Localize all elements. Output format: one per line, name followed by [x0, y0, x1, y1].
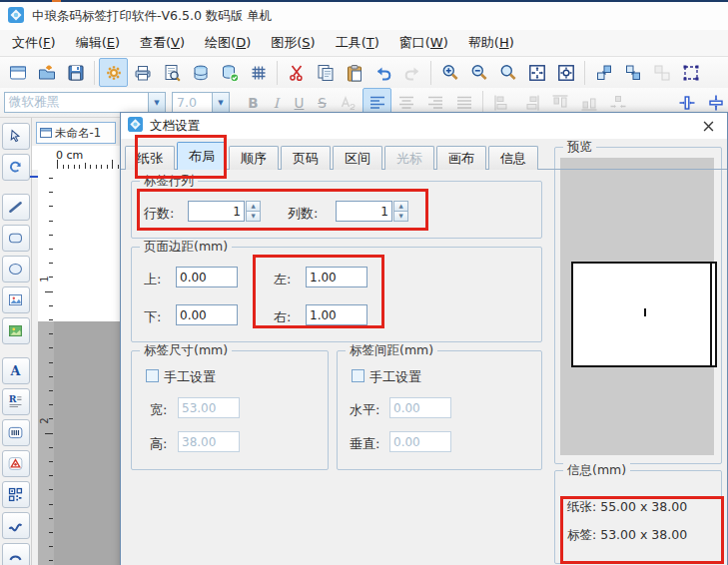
document-settings-button[interactable] — [99, 58, 128, 87]
rows-spin-down[interactable]: ▼ — [246, 211, 261, 222]
manual-size-checkbox[interactable] — [146, 369, 159, 382]
margin-top-input[interactable] — [176, 267, 238, 287]
menu-item-e[interactable]: 编辑(E) — [66, 30, 130, 56]
manual-gap-checkbox[interactable] — [352, 369, 364, 382]
rounded-rect-tool-button[interactable] — [2, 225, 30, 252]
cols-spin-up[interactable]: ▲ — [393, 201, 408, 211]
database-check-button[interactable] — [215, 58, 244, 87]
barcode-icon — [7, 424, 24, 441]
ungroup-icon — [652, 63, 672, 83]
font-size-select[interactable]: 7.0 ▼ — [172, 92, 230, 113]
qrcode-tool-button[interactable] — [2, 481, 30, 508]
text-tool-button[interactable]: A — [2, 357, 30, 384]
rotate-icon — [7, 159, 24, 176]
menu-item-f[interactable]: 文件(F) — [2, 30, 66, 56]
menu-item-d[interactable]: 绘图(D) — [195, 30, 261, 56]
database-button[interactable] — [186, 58, 215, 87]
select-tool-button[interactable] — [2, 123, 30, 150]
margin-left-input[interactable] — [306, 267, 367, 287]
margin-right-input[interactable] — [306, 304, 367, 325]
bring-forward-button[interactable] — [589, 58, 618, 87]
group-label-gap: 标签间距(mm) 手工设置 水平: 垂直: — [337, 350, 542, 470]
close-button[interactable] — [697, 118, 719, 135]
app-logo-icon — [8, 7, 24, 26]
line-tool-button[interactable] — [2, 194, 30, 221]
arc-tool-button[interactable] — [2, 543, 30, 565]
grid-settings-icon — [249, 63, 269, 83]
open-file-button[interactable] — [32, 58, 61, 87]
save-button[interactable] — [61, 58, 90, 87]
document-tab[interactable]: 未命名-1 — [36, 122, 116, 144]
shape-mark-tool-button[interactable] — [2, 450, 30, 477]
curve-tool-button[interactable] — [2, 512, 30, 539]
zoom-out-button[interactable] — [464, 58, 493, 87]
manual-size-label: 手工设置 — [164, 368, 216, 386]
grid-settings-button[interactable] — [244, 58, 273, 87]
tab-layout[interactable]: 布局 — [177, 142, 227, 170]
cols-label: 列数: — [288, 205, 318, 223]
font-family-select[interactable]: 微软雅黑 ▼ — [4, 92, 166, 113]
toolbar-main — [0, 57, 728, 88]
vertical-ruler-label: 2 — [39, 414, 50, 428]
tab-canvas[interactable]: 画布 — [436, 146, 486, 170]
chevron-down-icon[interactable]: ▼ — [148, 93, 165, 112]
group-button[interactable] — [676, 58, 705, 87]
picture-tool-button[interactable] — [2, 317, 30, 344]
bring-forward-icon — [594, 63, 614, 83]
print-preview-button[interactable] — [157, 58, 186, 87]
open-file-icon — [37, 63, 57, 83]
menu-item-t[interactable]: 工具(T) — [326, 30, 389, 56]
zoom-in-button[interactable] — [435, 58, 464, 87]
fit-selection-button[interactable] — [551, 58, 580, 87]
ellipse-tool-button[interactable] — [2, 256, 30, 282]
svg-text:A: A — [10, 363, 22, 378]
fit-window-button[interactable] — [522, 58, 551, 87]
cols-input[interactable] — [336, 201, 392, 222]
zoom-button[interactable] — [493, 58, 522, 87]
margin-bottom-input[interactable] — [176, 304, 238, 325]
manual-gap-label: 手工设置 — [369, 368, 421, 386]
window-title: 中琅条码标签打印软件-V6.5.0 数码版 单机 — [32, 8, 272, 25]
cols-spin-down[interactable]: ▼ — [393, 211, 408, 222]
rotate-tool-button[interactable] — [2, 154, 30, 181]
menu-item-w[interactable]: 窗口(W) — [389, 30, 458, 56]
paste-button[interactable] — [340, 58, 368, 87]
label-page[interactable] — [54, 170, 120, 321]
toolbar-separator — [430, 61, 431, 85]
tab-paper[interactable]: 纸张 — [125, 146, 175, 170]
menu-item-h[interactable]: 帮助(H) — [458, 30, 524, 56]
toolbar-separator — [482, 91, 483, 115]
group-preview: 预览 — [554, 147, 722, 464]
align-center-icon — [396, 93, 416, 113]
new-document-icon — [8, 63, 28, 83]
ellipse-icon — [7, 261, 24, 278]
text-effect-icon — [339, 93, 359, 113]
tab-order[interactable]: 顺序 — [229, 146, 279, 170]
menu-item-v[interactable]: 查看(V) — [130, 30, 195, 56]
menu-item-s[interactable]: 图形(S) — [261, 30, 325, 56]
new-document-button[interactable] — [3, 58, 32, 87]
rows-spin-up[interactable]: ▲ — [246, 201, 261, 211]
dialog-tab-bar: 纸张布局顺序页码区间光标画布信息 — [125, 143, 540, 170]
undo-button[interactable] — [368, 58, 397, 87]
rows-input[interactable] — [188, 201, 245, 222]
chevron-down-icon[interactable]: ▼ — [212, 93, 229, 112]
send-backward-button[interactable] — [618, 58, 647, 87]
redo-icon — [402, 63, 422, 83]
label-height-input — [178, 431, 240, 452]
tab-range[interactable]: 区间 — [333, 146, 382, 170]
rich-text-tool-button[interactable]: R — [2, 388, 30, 415]
barcode-tool-button[interactable] — [2, 419, 30, 446]
cut-button[interactable] — [282, 58, 311, 87]
group-title: 标签尺寸(mm) — [140, 342, 232, 359]
copy-button[interactable] — [311, 58, 340, 87]
tab-info[interactable]: 信息 — [488, 146, 538, 170]
dialog-icon — [128, 117, 143, 135]
horizontal-ruler: 0 cm — [32, 146, 120, 170]
print-button[interactable] — [128, 58, 157, 87]
label-width-input — [178, 397, 240, 418]
image-tool-button[interactable] — [2, 286, 30, 313]
group-page-margins: 页面边距(mm) 上: 左: 下: 右: — [131, 247, 542, 342]
ruler-origin-label: 0 cm — [56, 149, 83, 162]
tab-page-number[interactable]: 页码 — [281, 146, 331, 170]
